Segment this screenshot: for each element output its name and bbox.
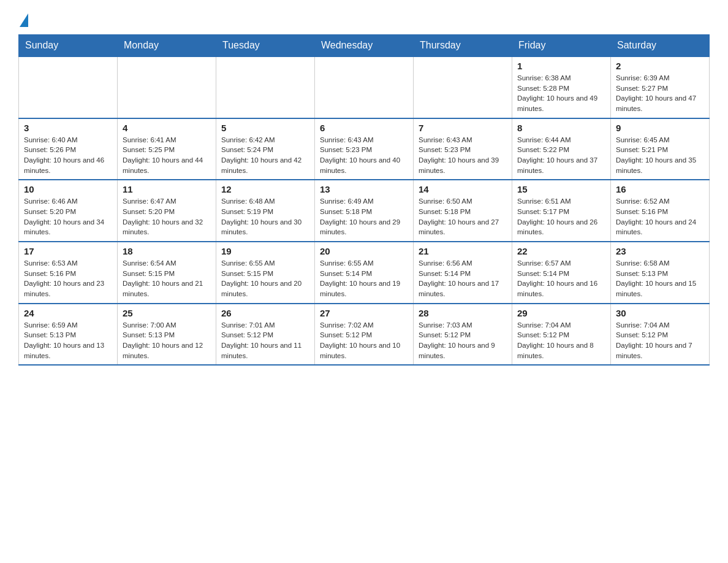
day-number: 11	[123, 184, 211, 194]
weekday-header-sunday: Sunday	[19, 35, 118, 57]
day-info: Sunrise: 6:44 AM Sunset: 5:22 PM Dayligh…	[517, 135, 605, 176]
calendar-cell	[118, 56, 216, 118]
day-info: Sunrise: 7:02 AM Sunset: 5:12 PM Dayligh…	[320, 320, 408, 361]
calendar-row-3: 17Sunrise: 6:53 AM Sunset: 5:16 PM Dayli…	[19, 242, 710, 304]
day-info: Sunrise: 6:59 AM Sunset: 5:13 PM Dayligh…	[24, 320, 112, 361]
calendar-cell: 13Sunrise: 6:49 AM Sunset: 5:18 PM Dayli…	[315, 180, 414, 242]
calendar-cell: 27Sunrise: 7:02 AM Sunset: 5:12 PM Dayli…	[315, 304, 414, 366]
calendar-cell: 11Sunrise: 6:47 AM Sunset: 5:20 PM Dayli…	[118, 180, 216, 242]
calendar-cell: 16Sunrise: 6:52 AM Sunset: 5:16 PM Dayli…	[611, 180, 710, 242]
calendar-table: SundayMondayTuesdayWednesdayThursdayFrid…	[18, 34, 710, 366]
calendar-cell: 19Sunrise: 6:55 AM Sunset: 5:15 PM Dayli…	[216, 242, 315, 304]
day-info: Sunrise: 6:49 AM Sunset: 5:18 PM Dayligh…	[320, 196, 408, 237]
day-number: 13	[320, 184, 408, 194]
day-info: Sunrise: 6:52 AM Sunset: 5:16 PM Dayligh…	[616, 196, 704, 237]
calendar-cell: 18Sunrise: 6:54 AM Sunset: 5:15 PM Dayli…	[118, 242, 216, 304]
day-info: Sunrise: 6:55 AM Sunset: 5:14 PM Dayligh…	[320, 258, 408, 299]
day-number: 6	[320, 123, 408, 133]
day-number: 3	[24, 123, 112, 133]
weekday-header-tuesday: Tuesday	[216, 35, 315, 57]
day-number: 26	[221, 308, 309, 318]
day-number: 9	[616, 123, 704, 133]
day-number: 10	[24, 184, 112, 194]
calendar-cell: 2Sunrise: 6:39 AM Sunset: 5:27 PM Daylig…	[611, 56, 710, 118]
day-number: 2	[616, 61, 704, 71]
day-info: Sunrise: 6:40 AM Sunset: 5:26 PM Dayligh…	[24, 135, 112, 176]
day-info: Sunrise: 6:57 AM Sunset: 5:14 PM Dayligh…	[517, 258, 605, 299]
calendar-cell	[216, 56, 315, 118]
day-number: 12	[221, 184, 309, 194]
calendar-cell: 26Sunrise: 7:01 AM Sunset: 5:12 PM Dayli…	[216, 304, 315, 366]
day-info: Sunrise: 6:41 AM Sunset: 5:25 PM Dayligh…	[123, 135, 211, 176]
day-info: Sunrise: 6:47 AM Sunset: 5:20 PM Dayligh…	[123, 196, 211, 237]
day-number: 27	[320, 308, 408, 318]
calendar-cell: 24Sunrise: 6:59 AM Sunset: 5:13 PM Dayli…	[19, 304, 118, 366]
calendar-cell: 1Sunrise: 6:38 AM Sunset: 5:28 PM Daylig…	[512, 56, 611, 118]
day-info: Sunrise: 6:42 AM Sunset: 5:24 PM Dayligh…	[221, 135, 309, 176]
day-number: 4	[123, 123, 211, 133]
calendar-cell: 9Sunrise: 6:45 AM Sunset: 5:21 PM Daylig…	[611, 118, 710, 180]
calendar-cell: 12Sunrise: 6:48 AM Sunset: 5:19 PM Dayli…	[216, 180, 315, 242]
day-number: 15	[517, 184, 605, 194]
day-number: 7	[419, 123, 507, 133]
calendar-cell: 22Sunrise: 6:57 AM Sunset: 5:14 PM Dayli…	[512, 242, 611, 304]
day-info: Sunrise: 6:39 AM Sunset: 5:27 PM Dayligh…	[616, 73, 704, 114]
calendar-cell	[19, 56, 118, 118]
day-number: 18	[123, 246, 211, 256]
day-number: 14	[419, 184, 507, 194]
day-number: 30	[616, 308, 704, 318]
day-info: Sunrise: 7:03 AM Sunset: 5:12 PM Dayligh…	[419, 320, 507, 361]
weekday-header-row: SundayMondayTuesdayWednesdayThursdayFrid…	[19, 35, 710, 57]
day-info: Sunrise: 6:38 AM Sunset: 5:28 PM Dayligh…	[517, 73, 605, 114]
logo	[18, 12, 28, 25]
day-number: 23	[616, 246, 704, 256]
day-info: Sunrise: 6:45 AM Sunset: 5:21 PM Dayligh…	[616, 135, 704, 176]
calendar-cell: 6Sunrise: 6:43 AM Sunset: 5:23 PM Daylig…	[315, 118, 414, 180]
day-info: Sunrise: 6:46 AM Sunset: 5:20 PM Dayligh…	[24, 196, 112, 237]
calendar-cell: 30Sunrise: 7:04 AM Sunset: 5:12 PM Dayli…	[611, 304, 710, 366]
day-number: 29	[517, 308, 605, 318]
day-number: 20	[320, 246, 408, 256]
calendar-cell: 14Sunrise: 6:50 AM Sunset: 5:18 PM Dayli…	[414, 180, 512, 242]
page-header	[18, 12, 710, 25]
calendar-cell: 5Sunrise: 6:42 AM Sunset: 5:24 PM Daylig…	[216, 118, 315, 180]
calendar-cell: 28Sunrise: 7:03 AM Sunset: 5:12 PM Dayli…	[414, 304, 512, 366]
day-info: Sunrise: 6:50 AM Sunset: 5:18 PM Dayligh…	[419, 196, 507, 237]
day-number: 1	[517, 61, 605, 71]
day-info: Sunrise: 6:43 AM Sunset: 5:23 PM Dayligh…	[419, 135, 507, 176]
day-info: Sunrise: 6:48 AM Sunset: 5:19 PM Dayligh…	[221, 196, 309, 237]
calendar-cell	[414, 56, 512, 118]
calendar-cell: 17Sunrise: 6:53 AM Sunset: 5:16 PM Dayli…	[19, 242, 118, 304]
weekday-header-wednesday: Wednesday	[315, 35, 414, 57]
calendar-cell: 4Sunrise: 6:41 AM Sunset: 5:25 PM Daylig…	[118, 118, 216, 180]
day-info: Sunrise: 6:54 AM Sunset: 5:15 PM Dayligh…	[123, 258, 211, 299]
calendar-cell: 15Sunrise: 6:51 AM Sunset: 5:17 PM Dayli…	[512, 180, 611, 242]
day-number: 28	[419, 308, 507, 318]
day-number: 21	[419, 246, 507, 256]
day-info: Sunrise: 7:00 AM Sunset: 5:13 PM Dayligh…	[123, 320, 211, 361]
calendar-cell: 21Sunrise: 6:56 AM Sunset: 5:14 PM Dayli…	[414, 242, 512, 304]
weekday-header-friday: Friday	[512, 35, 611, 57]
day-info: Sunrise: 6:53 AM Sunset: 5:16 PM Dayligh…	[24, 258, 112, 299]
day-info: Sunrise: 6:51 AM Sunset: 5:17 PM Dayligh…	[517, 196, 605, 237]
day-number: 5	[221, 123, 309, 133]
day-number: 16	[616, 184, 704, 194]
day-info: Sunrise: 7:04 AM Sunset: 5:12 PM Dayligh…	[616, 320, 704, 361]
calendar-row-2: 10Sunrise: 6:46 AM Sunset: 5:20 PM Dayli…	[19, 180, 710, 242]
day-info: Sunrise: 6:43 AM Sunset: 5:23 PM Dayligh…	[320, 135, 408, 176]
day-number: 25	[123, 308, 211, 318]
calendar-cell: 10Sunrise: 6:46 AM Sunset: 5:20 PM Dayli…	[19, 180, 118, 242]
day-info: Sunrise: 6:58 AM Sunset: 5:13 PM Dayligh…	[616, 258, 704, 299]
day-number: 17	[24, 246, 112, 256]
day-info: Sunrise: 6:55 AM Sunset: 5:15 PM Dayligh…	[221, 258, 309, 299]
logo-triangle-icon	[20, 13, 28, 27]
calendar-cell: 23Sunrise: 6:58 AM Sunset: 5:13 PM Dayli…	[611, 242, 710, 304]
day-info: Sunrise: 7:01 AM Sunset: 5:12 PM Dayligh…	[221, 320, 309, 361]
calendar-row-0: 1Sunrise: 6:38 AM Sunset: 5:28 PM Daylig…	[19, 56, 710, 118]
calendar-row-1: 3Sunrise: 6:40 AM Sunset: 5:26 PM Daylig…	[19, 118, 710, 180]
day-info: Sunrise: 7:04 AM Sunset: 5:12 PM Dayligh…	[517, 320, 605, 361]
day-number: 19	[221, 246, 309, 256]
day-number: 24	[24, 308, 112, 318]
calendar-cell: 25Sunrise: 7:00 AM Sunset: 5:13 PM Dayli…	[118, 304, 216, 366]
weekday-header-saturday: Saturday	[611, 35, 710, 57]
